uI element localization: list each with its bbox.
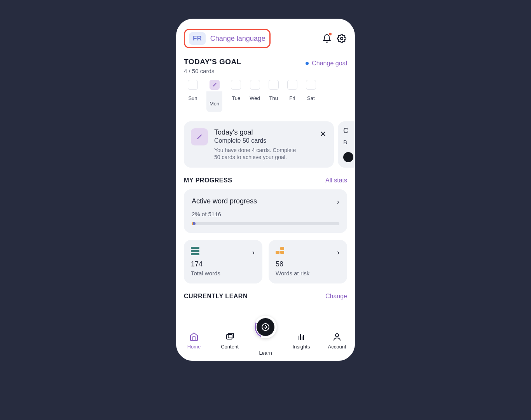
top-bar: FR Change language [184,29,347,48]
chevron-right-icon: › [337,248,339,257]
active-word-progress-card[interactable]: Active word progress › 2% of 5116 [184,189,347,233]
change-language-label: Change language [210,35,266,43]
phone-frame: FR Change language TODAY'S GOAL 4 / 50 c… [176,19,355,361]
day-tue[interactable]: Tue [231,80,241,112]
scroll-area: FR Change language TODAY'S GOAL 4 / 50 c… [176,19,355,361]
currently-learning-header: CURRENTLY LEARN Change [184,293,347,300]
stats-row: › 174 Total words › 58 Words at risk [184,240,347,284]
day-fri[interactable]: Fri [287,80,297,112]
goal-card-title: Today's goal [214,128,300,136]
notifications-icon[interactable] [321,33,332,44]
pencil-icon [191,128,208,145]
settings-icon[interactable] [336,33,347,44]
words-at-risk-card[interactable]: › 58 Words at risk [269,240,347,284]
nav-insights[interactable]: Insights [287,332,315,350]
goal-progress: 4 / 50 cards [184,68,241,74]
chevron-right-icon: › [252,248,255,257]
grid-icon [276,247,286,253]
insights-icon [297,332,306,341]
day-mon[interactable]: Mon [206,80,222,112]
goal-header: TODAY'S GOAL 4 / 50 cards Change goal [184,58,347,74]
all-stats-link[interactable]: All stats [325,177,347,184]
nav-account[interactable]: Account [323,332,351,350]
language-badge: FR [189,32,206,45]
pencil-icon [213,83,217,87]
day-thu[interactable]: Thu [269,80,279,112]
bottom-nav: Home Content Learn Insights Account [176,327,355,361]
nav-content[interactable]: Content [216,332,244,350]
progress-card-title: Active word progress [192,197,339,205]
side-dot [343,152,353,162]
svg-point-10 [335,334,339,337]
todays-goal-card[interactable]: Today's goal Complete 50 cards You have … [184,121,334,168]
list-icon [191,247,201,253]
svg-rect-4 [227,334,232,339]
cards-row: Today's goal Complete 50 cards You have … [184,121,347,168]
change-learning-link[interactable]: Change [325,293,347,300]
progress-bar [192,222,339,225]
change-goal-link[interactable]: Change goal [306,60,347,67]
svg-rect-5 [228,333,234,338]
week-strip: Sun Mon Tue Wed Thu Fri Sat [184,80,347,112]
progress-title: MY PROGRESS [184,177,232,184]
goal-title: TODAY'S GOAL [184,58,241,66]
side-card[interactable]: C B [338,121,355,168]
chevron-right-icon: › [337,198,339,206]
progress-header: MY PROGRESS All stats [184,177,347,184]
total-words-card[interactable]: › 174 Total words [184,240,262,284]
content-icon [225,332,234,341]
day-wed[interactable]: Wed [250,80,260,112]
day-sat[interactable]: Sat [306,80,316,112]
learn-fab[interactable] [254,316,277,338]
notification-dot [329,33,332,35]
day-sun[interactable]: Sun [188,80,198,112]
total-words-count: 174 [191,260,255,268]
goal-card-desc: You have done 4 cards. Complete 50 cards… [214,147,300,161]
indicator-dot [306,62,309,65]
currently-learning-title: CURRENTLY LEARN [184,293,248,300]
close-icon[interactable] [319,130,327,138]
total-words-label: Total words [191,270,255,276]
nav-home[interactable]: Home [180,332,208,350]
account-icon [332,332,342,341]
svg-point-0 [341,37,343,40]
language-selector[interactable]: FR Change language [184,29,271,48]
goal-card-subtitle: Complete 50 cards [214,137,300,144]
home-icon [189,332,199,341]
progress-card-sub: 2% of 5116 [192,211,339,217]
words-at-risk-count: 58 [276,260,340,268]
words-at-risk-label: Words at risk [276,270,340,276]
